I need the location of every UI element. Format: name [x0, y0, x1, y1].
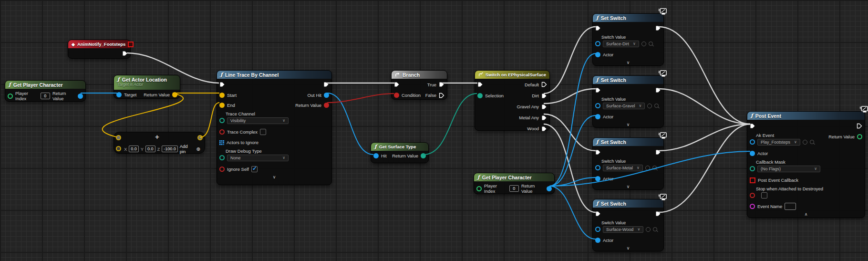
switch-value-pin[interactable]	[595, 103, 600, 108]
expand-advanced-chevron-icon[interactable]: ∨	[593, 245, 663, 251]
use-selected-icon[interactable]	[645, 166, 650, 170]
expand-advanced-chevron-icon[interactable]: ∨	[217, 174, 331, 180]
add-output-pin[interactable]	[197, 135, 203, 140]
use-selected-icon[interactable]	[803, 140, 807, 145]
exec-in-pin[interactable]	[394, 82, 400, 87]
exec-in-pin[interactable]	[477, 82, 483, 87]
exec-out-pin[interactable]	[655, 149, 661, 155]
trace-channel-pin[interactable]	[219, 118, 225, 123]
trace-complex-pin[interactable]	[219, 129, 225, 135]
exec-out-pin[interactable]	[655, 25, 661, 31]
exec-in-pin[interactable]	[750, 123, 755, 129]
actor-pin[interactable]	[595, 52, 600, 57]
metal-any-exec-pin[interactable]	[541, 115, 547, 121]
node-get-player-character-2[interactable]: ƒ Get Player Character Player Index 0 Re…	[474, 173, 555, 194]
trace-channel-dropdown[interactable]: Visibility∨	[227, 117, 289, 124]
x-input[interactable]: 0.0	[129, 146, 138, 152]
expand-advanced-chevron-icon[interactable]: ∨	[593, 184, 663, 189]
out-hit-pin[interactable]	[324, 93, 329, 98]
exec-in-pin[interactable]	[595, 25, 601, 31]
actors-to-ignore-array-pin[interactable]	[219, 140, 224, 145]
actor-pin[interactable]	[595, 238, 600, 243]
ak-event-dropdown[interactable]: Play_Footsteps∨	[757, 139, 800, 146]
return-value-pin[interactable]	[324, 103, 329, 108]
hit-pin[interactable]	[373, 153, 379, 158]
use-selected-icon[interactable]	[647, 104, 652, 108]
return-value-pin[interactable]	[421, 153, 426, 158]
node-set-switch-gravel[interactable]: ƒ Set Switch Switch Value Surface-Gravel…	[592, 75, 664, 128]
stop-when-attached-pin[interactable]	[750, 193, 755, 198]
trace-complex-checkbox[interactable]	[260, 129, 266, 135]
add-pin-button[interactable]: ⊕	[196, 146, 200, 152]
expand-advanced-chevron-icon[interactable]: ∨	[593, 122, 663, 127]
browse-icon[interactable]	[652, 166, 657, 170]
z-input[interactable]: -100.0	[162, 146, 177, 152]
add-input-b-pin[interactable]	[116, 146, 121, 151]
return-value-pin[interactable]	[857, 134, 862, 139]
gravel-any-exec-pin[interactable]	[541, 104, 547, 110]
player-index-pin[interactable]	[476, 186, 482, 191]
browse-icon[interactable]	[649, 42, 653, 46]
blueprint-graph-canvas[interactable]: ◆ AnimNotify_Footsteps ƒ Get Player Char…	[0, 0, 868, 261]
event-name-pin[interactable]	[750, 204, 755, 209]
exec-out-pin[interactable]	[323, 82, 329, 87]
browse-icon[interactable]	[810, 140, 814, 144]
node-set-switch-dirt[interactable]: ƒ Set Switch Switch Value Surface-Dirt∨ …	[592, 13, 664, 66]
actor-pin[interactable]	[595, 114, 600, 119]
return-value-pin[interactable]	[78, 94, 83, 99]
switch-value-pin[interactable]	[595, 165, 600, 170]
switch-value-dropdown[interactable]: Surface-Wood∨	[603, 226, 643, 233]
player-index-pin[interactable]	[8, 94, 13, 99]
collapse-advanced-chevron-icon[interactable]: ∧	[747, 211, 865, 217]
node-set-switch-wood[interactable]: ƒ Set Switch Switch Value Surface-Wood∨ …	[592, 199, 664, 251]
default-exec-pin[interactable]	[541, 82, 547, 87]
exec-out-pin[interactable]	[655, 87, 661, 93]
player-index-input[interactable]: 0	[509, 185, 519, 192]
ignore-self-pin[interactable]	[219, 167, 225, 172]
exec-out-pin[interactable]	[655, 211, 661, 217]
node-line-trace-by-channel[interactable]: ƒ Line Trace By Channel Start Out Hit En…	[217, 70, 332, 185]
start-pin[interactable]	[219, 93, 225, 98]
switch-value-dropdown[interactable]: Surface-Gravel∨	[603, 103, 645, 109]
exec-in-pin[interactable]	[595, 149, 601, 155]
switch-value-pin[interactable]	[595, 227, 600, 232]
node-get-player-character-1[interactable]: ƒ Get Player Character Player Index 0 Re…	[5, 80, 86, 102]
node-get-actor-location[interactable]: ƒ Get Actor Location Target is Actor Tar…	[114, 75, 180, 99]
node-add-vector[interactable]: + X 0.0 Y 0.0 Z -100.0 Add pin ⊕	[114, 132, 205, 154]
use-selected-icon[interactable]	[646, 227, 651, 232]
browse-icon[interactable]	[653, 227, 657, 231]
switch-value-dropdown[interactable]: Surface-Dirt∨	[603, 41, 639, 47]
exec-in-pin[interactable]	[595, 87, 601, 93]
y-input[interactable]: 0.0	[145, 146, 155, 152]
expand-advanced-chevron-icon[interactable]: ∨	[593, 60, 663, 65]
delegate-square-pin[interactable]	[128, 42, 134, 47]
event-name-input[interactable]	[785, 203, 796, 210]
player-index-input[interactable]: 0	[41, 93, 50, 99]
selection-pin[interactable]	[477, 93, 483, 98]
true-exec-pin[interactable]	[439, 82, 444, 87]
post-event-callback-delegate-pin[interactable]	[750, 177, 755, 183]
exec-out-pin[interactable]	[857, 123, 862, 129]
node-set-switch-metal[interactable]: ƒ Set Switch Switch Value Surface-Metal∨…	[592, 137, 664, 190]
wood-exec-pin[interactable]	[541, 126, 547, 132]
end-pin[interactable]	[219, 103, 225, 108]
node-animnotify-footsteps[interactable]: ◆ AnimNotify_Footsteps	[68, 40, 131, 59]
ak-event-pin[interactable]	[750, 139, 755, 145]
callback-mask-dropdown[interactable]: (No Flags)∨	[757, 166, 820, 172]
target-pin[interactable]	[116, 92, 122, 97]
node-branch[interactable]: Branch True Condition False	[391, 70, 447, 100]
add-input-a-pin[interactable]	[116, 135, 121, 140]
switch-value-pin[interactable]	[595, 41, 600, 46]
browse-icon[interactable]	[654, 104, 659, 108]
exec-out-pin[interactable]	[122, 51, 128, 56]
return-value-pin[interactable]	[172, 92, 177, 97]
callback-mask-pin[interactable]	[750, 166, 755, 171]
node-switch-ephysicalsurface[interactable]: Switch on EPhysicalSurface Default Selec…	[475, 70, 550, 131]
false-exec-pin[interactable]	[439, 93, 444, 98]
dirt-exec-pin[interactable]	[541, 93, 547, 99]
ignore-self-checkbox[interactable]	[251, 166, 258, 172]
node-get-surface-type[interactable]: ƒ Get Surface Type Hit Return Value	[371, 142, 429, 163]
stop-when-attached-checkbox[interactable]	[761, 192, 767, 198]
exec-in-pin[interactable]	[595, 211, 601, 217]
switch-value-dropdown[interactable]: Surface-Metal∨	[603, 165, 643, 171]
